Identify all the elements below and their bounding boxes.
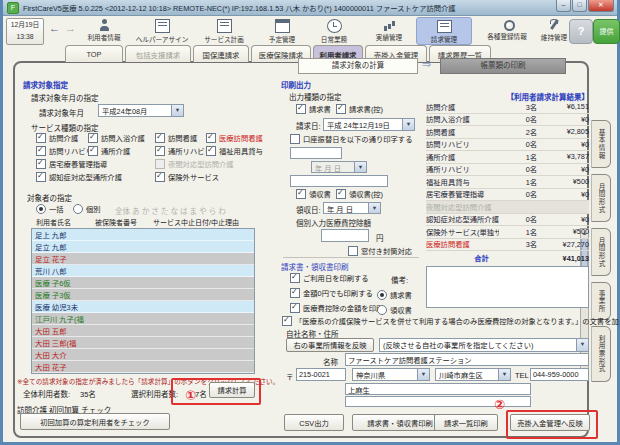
user-row[interactable]: 大田 三郎(福 xyxy=(32,337,254,349)
side-tab-monthly-format-1[interactable]: 月間形式 xyxy=(591,174,611,222)
csv-export-button[interactable]: CSV出力 xyxy=(284,414,344,431)
toolbar-item-service-plan[interactable]: サービス計画 xyxy=(196,17,252,45)
first-addition-check-button[interactable]: 初回加算の算定利用者をチェック xyxy=(20,413,170,430)
side-tab-monthly-format-2[interactable]: 月間形式 xyxy=(591,228,611,276)
print-deduction-checkbox[interactable]: 医療費控除の金額を印刷 xyxy=(290,303,383,313)
provide-button[interactable]: 提供 xyxy=(593,19,620,44)
kana-filter[interactable]: 全体 あ か さ た な は ま や ら わ xyxy=(115,205,226,216)
transfer-input-2[interactable] xyxy=(290,175,388,187)
divider xyxy=(283,257,419,258)
invoice-copy-checkbox[interactable]: 請求書(控) xyxy=(336,104,383,114)
tel-input[interactable]: 044-959-0000 xyxy=(530,368,589,381)
wrench-icon xyxy=(548,19,561,31)
tab-houkatsu[interactable]: 包括支援請求 xyxy=(125,45,191,62)
user-row[interactable]: 大田 大介 xyxy=(32,349,254,361)
receipt-checkbox[interactable]: 領収書 xyxy=(296,189,331,199)
toolbar-item-billing[interactable]: 請求管理 xyxy=(416,17,472,45)
step-arrow-icon: ⇒ xyxy=(422,58,431,71)
step-print-button[interactable]: 帳票類の印刷 xyxy=(440,58,566,74)
window-envelope-checkbox[interactable]: 窓付き封筒対応 xyxy=(348,246,412,256)
city-dropdown[interactable]: 川崎市麻生区 xyxy=(435,368,511,381)
print-billing-list-button[interactable]: 請求一覧印刷 xyxy=(434,414,498,431)
user-row[interactable]: 荒川 八郎 xyxy=(32,265,254,277)
deduction-label: 個別入力医療費控除額 xyxy=(296,217,371,228)
side-tab-office[interactable]: 事業所 xyxy=(591,282,611,320)
service-checkbox-hokengai[interactable]: 保険外サービス xyxy=(155,172,219,182)
toolbar-item-schedule[interactable]: 予定管理 xyxy=(254,17,310,45)
user-row[interactable]: 医療 幼児3未 xyxy=(32,301,254,313)
toolbar: 12月19日 13:38 ← → 利用者情報 ヘルパーアサイン サービス計画 予… xyxy=(3,16,617,45)
company-name-input[interactable]: ファーストケア訪問看護ステーション xyxy=(345,353,589,366)
user-row[interactable]: 大田 花子 xyxy=(32,361,254,373)
medical-note-checkbox[interactable]: 「医療系の介護保険サービスを併せて利用する場合のみ医療費控除の対象となります。」… xyxy=(282,316,620,326)
gear-icon xyxy=(504,20,515,31)
tab-kokuhoren[interactable]: 国保連請求 xyxy=(193,45,249,62)
user-list: 足上 九郎 足立 九郎 足立 花子 荒川 八郎 医療 子6仮 医療 子3仮 医療… xyxy=(31,228,255,374)
toolbar-item-daily-work[interactable]: 日常業務 xyxy=(306,17,362,45)
results-row: 訪問介護3名¥6,151 xyxy=(426,101,589,114)
datetime-button[interactable]: 12月19日 13:38 xyxy=(6,18,44,45)
service-checkbox-rehab[interactable]: 訪問リハビリ xyxy=(36,146,93,156)
memo-textarea[interactable] xyxy=(426,266,589,308)
user-row[interactable]: 医療 子3仮 xyxy=(32,289,254,301)
list-header-stop: サービス中止日付/中止理由 xyxy=(153,217,239,227)
user-row[interactable]: 足立 花子 xyxy=(32,253,254,265)
zip-input[interactable]: 215-0021 xyxy=(296,368,346,381)
service-checkbox-kango[interactable]: 訪問看護 xyxy=(155,133,197,143)
output-type-label: 出力種類の指定 xyxy=(289,91,342,102)
service-plan-icon xyxy=(217,19,232,33)
radio-batch[interactable]: 一括 xyxy=(36,204,64,214)
zip-mark: 〒 xyxy=(286,371,294,382)
back-arrow-icon[interactable]: ← xyxy=(49,22,60,34)
receipt-date-dropdown[interactable]: 年 月 日 xyxy=(323,202,381,214)
print-zero-checkbox[interactable]: 金額0円でも印刷する xyxy=(290,288,373,298)
toolbar-item-user-info[interactable]: 利用者情報 xyxy=(76,17,132,45)
toolbar-item-helper-assign[interactable]: ヘルパーアサイン xyxy=(134,17,190,45)
address-input[interactable]: 上麻生 xyxy=(345,383,531,395)
service-checkbox-iryokango[interactable]: 医療訪問看護 xyxy=(206,133,263,143)
office-select-dropdown[interactable]: (反映させる自社の事業所を指定してください) xyxy=(379,338,589,352)
side-tab-basic-info[interactable]: 基本情報 xyxy=(591,120,611,168)
titlebar: F FirstCareV5医療 5.0.225 <2012-12-12 10:1… xyxy=(3,0,617,16)
user-info-icon xyxy=(98,19,111,31)
close-button[interactable]: ✕ xyxy=(588,0,614,12)
receipt-copy-checkbox[interactable]: 領収書(控) xyxy=(336,189,383,199)
help-button[interactable]: ? xyxy=(569,19,593,44)
service-checkbox-nyuuyoku[interactable]: 訪問入浴介護 xyxy=(88,133,145,143)
prefecture-dropdown[interactable]: 神奈川県 xyxy=(352,368,430,381)
user-row[interactable]: 足上 九郎 xyxy=(32,229,254,241)
service-checkbox-fukushiyougu[interactable]: 福祉用具貸与 xyxy=(206,146,263,156)
transfer-date-checkbox[interactable]: 口座振替日を以下の通り印字する xyxy=(290,134,412,144)
print-usage-checkbox[interactable]: ご利用日を印刷する xyxy=(290,273,369,283)
user-row[interactable]: 足立 九郎 xyxy=(32,241,254,253)
forward-arrow-icon[interactable]: → xyxy=(65,22,76,34)
radio-memo-receipt[interactable]: 領収書 xyxy=(377,305,412,315)
results-row: 認知症対応型通所介護0名¥0 xyxy=(426,214,589,227)
radio-individual[interactable]: 個別 xyxy=(73,204,101,214)
transfer-input-1[interactable] xyxy=(290,147,342,159)
side-tab-usage-slip-format[interactable]: 利用票形式 xyxy=(591,326,611,382)
user-row[interactable]: 江戸川 九子(福 xyxy=(32,313,254,325)
minimize-button[interactable]: – xyxy=(556,0,571,12)
schedule-icon xyxy=(275,19,290,33)
service-checkbox-tsuusho[interactable]: 通所介護 xyxy=(88,146,130,156)
user-row[interactable]: 大田 五郎 xyxy=(32,325,254,337)
ym-dropdown[interactable]: 平成24年08月 xyxy=(98,104,184,117)
deduction-input[interactable] xyxy=(321,229,369,242)
reflect-office-button[interactable]: 右の事業所情報を反映 xyxy=(286,338,374,352)
user-row[interactable]: 医療 子6仮 xyxy=(32,277,254,289)
invoice-checkbox[interactable]: 請求書 xyxy=(296,104,331,114)
service-checkbox-ninchisho[interactable]: 認知症対応型通所介護 xyxy=(36,172,122,182)
service-checkbox-houmonkaigo[interactable]: 訪問介護 xyxy=(36,133,78,143)
daily-work-icon xyxy=(327,19,342,33)
radio-memo-invoice[interactable]: 請求書 xyxy=(377,290,412,300)
invoice-date-dropdown[interactable]: 平成 24年12月19日 xyxy=(323,118,415,131)
service-checkbox-yakan[interactable]: 夜間対応型訪問介護 xyxy=(155,159,234,169)
tab-top[interactable]: TOP xyxy=(65,45,123,62)
maximize-button[interactable]: □ xyxy=(572,0,587,12)
toolbar-item-performance[interactable]: 実績管理 xyxy=(361,17,417,45)
service-checkbox-tsuusho-rehab[interactable]: 通所リハビリ xyxy=(155,146,212,156)
service-checkbox-kyotaku[interactable]: 居宅療養管理指導 xyxy=(36,159,107,169)
step-calc-button[interactable]: 請求対象の計算 xyxy=(298,58,418,74)
transfer-date-dropdown[interactable]: 年 月 日 xyxy=(311,161,367,173)
